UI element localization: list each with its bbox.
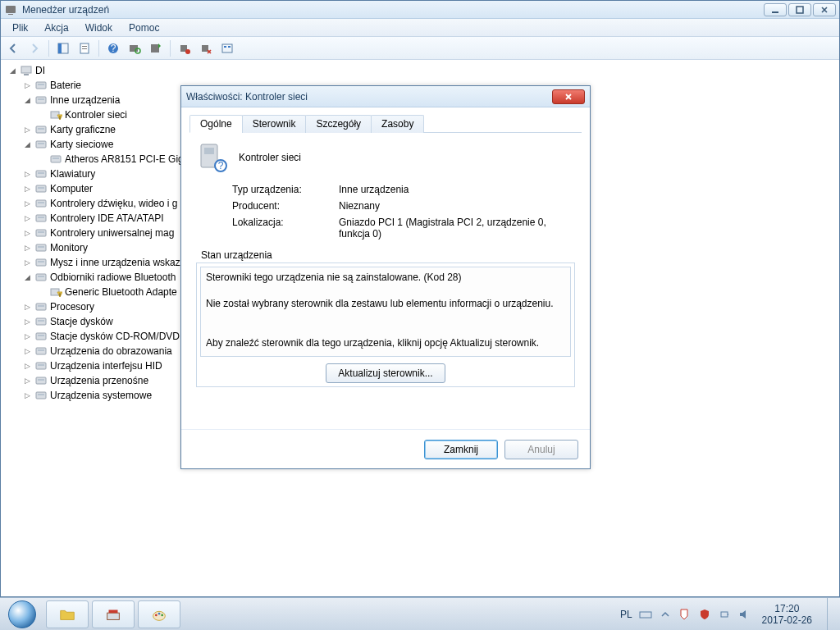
- svg-rect-46: [38, 246, 44, 248]
- svg-rect-36: [38, 172, 44, 174]
- tree-expand-icon[interactable]: ▷: [22, 302, 32, 312]
- category-icon: [34, 389, 48, 402]
- volume-icon[interactable]: [737, 608, 751, 621]
- svg-rect-21: [24, 74, 29, 75]
- app-icon: [4, 3, 17, 16]
- category-icon: [34, 256, 48, 269]
- tree-expand-icon[interactable]: ▷: [22, 317, 32, 326]
- device-status-textbox[interactable]: Sterowniki tego urządzenia nie są zainst…: [200, 267, 571, 357]
- svg-rect-55: [38, 305, 44, 307]
- tree-category-label: Stacje dysków CD-ROM/DVD: [50, 329, 180, 344]
- start-button[interactable]: [0, 598, 44, 631]
- tree-expand-icon[interactable]: ▷: [22, 80, 32, 90]
- tree-category-label: Urządzenia interfejsu HID: [50, 358, 162, 373]
- svg-rect-78: [640, 612, 651, 618]
- tree-expand-icon[interactable]: ▷: [22, 243, 32, 253]
- tree-category-label: Klawiatury: [50, 167, 95, 181]
- update-driver-button[interactable]: Aktualizuj sterownik...: [326, 363, 445, 383]
- device-icon-warning: [49, 108, 62, 121]
- category-icon: [34, 79, 48, 92]
- input-language-indicator[interactable]: PL: [620, 609, 632, 620]
- tab-general[interactable]: Ogólne: [189, 115, 243, 133]
- tree-collapse-icon[interactable]: ◢: [7, 66, 17, 75]
- power-icon[interactable]: [718, 608, 731, 621]
- status-group-label: Stan urządzenia: [196, 249, 575, 261]
- category-icon: [34, 330, 48, 343]
- clock-time: 17:20: [762, 603, 812, 614]
- tray-chevron-up-icon[interactable]: [659, 608, 672, 621]
- taskbar-app-button[interactable]: [92, 600, 135, 628]
- tree-category-label: Baterie: [50, 78, 81, 93]
- tree-collapse-icon[interactable]: ◢: [22, 139, 32, 149]
- minimize-button[interactable]: [764, 3, 787, 16]
- svg-text:?: ?: [111, 43, 116, 54]
- taskbar-paint-button[interactable]: [138, 600, 180, 628]
- update-driver-icon[interactable]: [147, 39, 165, 57]
- tree-expand-icon[interactable]: ▷: [22, 199, 32, 208]
- forward-button[interactable]: [25, 39, 43, 57]
- scan-hardware-icon[interactable]: [126, 39, 144, 57]
- tree-category-label: Procesory: [50, 299, 94, 314]
- taskbar-explorer-button[interactable]: [46, 600, 89, 628]
- svg-rect-0: [6, 6, 16, 13]
- show-desktop-button[interactable]: [827, 598, 835, 631]
- menu-action[interactable]: Akcja: [36, 21, 76, 35]
- tab-driver[interactable]: Sterownik: [242, 115, 307, 133]
- value-manufacturer: Nieznany: [339, 200, 575, 212]
- tree-category-label: Urządzenia systemowe: [50, 388, 152, 403]
- tree-expand-icon[interactable]: ▷: [22, 184, 32, 194]
- svg-rect-25: [38, 98, 44, 100]
- category-icon: [34, 182, 48, 195]
- category-icon: [34, 374, 48, 387]
- tab-resources[interactable]: Zasoby: [371, 115, 424, 133]
- view-icon[interactable]: [218, 39, 236, 57]
- tree-expand-icon[interactable]: ▷: [22, 228, 32, 238]
- category-icon: [34, 241, 48, 254]
- svg-rect-20: [21, 66, 31, 73]
- svg-rect-1: [8, 14, 13, 15]
- tree-expand-icon[interactable]: ▷: [22, 258, 32, 267]
- value-device-type: Inne urządzenia: [339, 184, 575, 195]
- svg-rect-30: [38, 128, 44, 130]
- tree-expand-icon[interactable]: ▷: [22, 213, 32, 223]
- svg-rect-42: [38, 217, 44, 218]
- tree-category-label: Odbiorniki radiowe Bluetooth: [50, 270, 176, 285]
- security-icon[interactable]: [698, 608, 711, 621]
- tree-category-label: Kontrolery IDE ATA/ATAPI: [50, 211, 164, 226]
- tree-root-node[interactable]: ◢DI: [6, 63, 838, 78]
- tree-expand-icon[interactable]: ▷: [22, 376, 32, 386]
- action-center-icon[interactable]: [678, 608, 692, 621]
- tree-expand-icon[interactable]: ▷: [22, 331, 32, 341]
- back-button[interactable]: [4, 39, 22, 57]
- properties-icon[interactable]: [75, 39, 94, 57]
- dialog-close-action-button[interactable]: Zamknij: [424, 440, 498, 459]
- svg-rect-5: [58, 43, 62, 53]
- show-hide-console-tree-icon[interactable]: [54, 39, 72, 57]
- tab-details[interactable]: Szczegóły: [305, 115, 372, 133]
- uninstall-icon[interactable]: [176, 39, 194, 57]
- svg-rect-3: [797, 7, 803, 13]
- dialog-cancel-button: Anuluj: [504, 440, 578, 459]
- disable-icon[interactable]: [197, 39, 215, 57]
- tree-expand-icon[interactable]: ▷: [22, 390, 32, 400]
- tree-expand-icon[interactable]: ▷: [22, 169, 32, 179]
- tree-expand-icon[interactable]: ▷: [22, 361, 32, 371]
- tree-collapse-icon[interactable]: ◢: [22, 95, 32, 105]
- tree-expand-icon[interactable]: ▷: [22, 125, 32, 135]
- dialog-close-button[interactable]: [552, 89, 585, 104]
- menu-file[interactable]: Plik: [4, 21, 36, 35]
- svg-rect-17: [222, 44, 232, 52]
- keyboard-icon[interactable]: [639, 608, 652, 621]
- help-icon[interactable]: ?: [104, 39, 122, 57]
- tree-expand-icon[interactable]: ▷: [22, 346, 32, 356]
- menu-help[interactable]: Pomoc: [121, 21, 167, 35]
- svg-rect-2: [772, 11, 778, 13]
- maximize-button[interactable]: [788, 3, 811, 16]
- taskbar-clock[interactable]: 17:20 2017-02-26: [757, 603, 817, 626]
- close-button[interactable]: [813, 3, 836, 16]
- tree-category-label: Inne urządzenia: [50, 93, 120, 107]
- menu-view[interactable]: Widok: [77, 21, 121, 35]
- tree-collapse-icon[interactable]: ◢: [22, 272, 32, 282]
- category-icon: [34, 345, 48, 358]
- tree-category-label: Karty graficzne: [50, 122, 116, 137]
